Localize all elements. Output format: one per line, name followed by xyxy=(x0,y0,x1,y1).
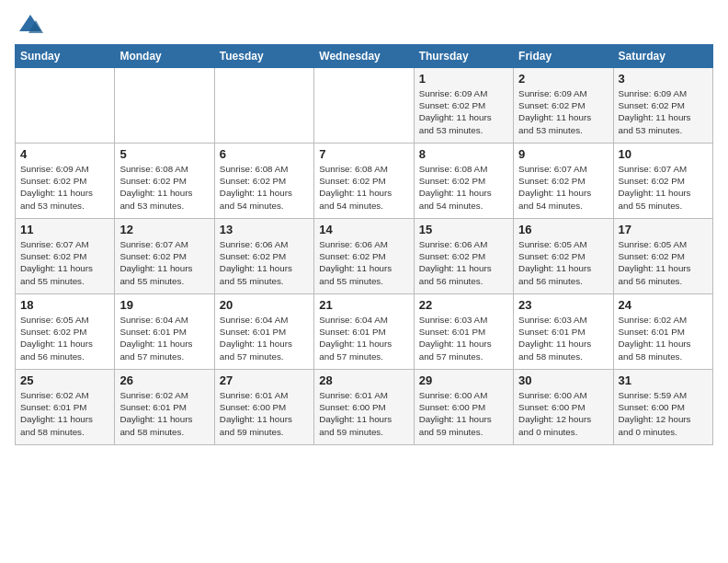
day-info-15: Sunrise: 6:06 AMSunset: 6:02 PMDaylight:… xyxy=(419,238,508,287)
day-number-31: 31 xyxy=(619,373,708,387)
day-info-29: Sunrise: 6:00 AMSunset: 6:00 PMDaylight:… xyxy=(419,389,508,438)
day-info-12: Sunrise: 6:07 AMSunset: 6:02 PMDaylight:… xyxy=(119,238,209,287)
header xyxy=(15,9,713,39)
day-cell-26: 26Sunrise: 6:02 AMSunset: 6:01 PMDayligh… xyxy=(115,370,214,445)
week-row-5: 25Sunrise: 6:02 AMSunset: 6:01 PMDayligh… xyxy=(16,370,713,445)
day-cell-4: 4Sunrise: 6:09 AMSunset: 6:02 PMDaylight… xyxy=(16,144,115,219)
day-cell-5: 5Sunrise: 6:08 AMSunset: 6:02 PMDaylight… xyxy=(115,144,214,219)
weekday-saturday: Saturday xyxy=(613,45,712,68)
day-info-19: Sunrise: 6:04 AMSunset: 6:01 PMDaylight:… xyxy=(119,314,209,362)
day-info-9: Sunrise: 6:07 AMSunset: 6:02 PMDaylight:… xyxy=(518,163,608,212)
day-info-28: Sunrise: 6:01 AMSunset: 6:00 PMDaylight:… xyxy=(319,389,408,438)
day-number-24: 24 xyxy=(619,298,708,312)
day-number-27: 27 xyxy=(220,373,309,387)
day-cell-24: 24Sunrise: 6:02 AMSunset: 6:01 PMDayligh… xyxy=(613,294,712,370)
week-row-4: 18Sunrise: 6:05 AMSunset: 6:02 PMDayligh… xyxy=(16,294,713,370)
day-info-26: Sunrise: 6:02 AMSunset: 6:01 PMDaylight:… xyxy=(119,389,209,438)
day-info-24: Sunrise: 6:02 AMSunset: 6:01 PMDaylight:… xyxy=(619,314,708,362)
day-number-13: 13 xyxy=(220,223,309,236)
day-info-3: Sunrise: 6:09 AMSunset: 6:02 PMDaylight:… xyxy=(619,87,708,136)
day-info-8: Sunrise: 6:08 AMSunset: 6:02 PMDaylight:… xyxy=(419,163,508,212)
day-info-20: Sunrise: 6:04 AMSunset: 6:01 PMDaylight:… xyxy=(220,314,309,362)
empty-cell xyxy=(16,68,115,144)
day-info-1: Sunrise: 6:09 AMSunset: 6:02 PMDaylight:… xyxy=(419,87,508,136)
weekday-monday: Monday xyxy=(115,45,214,68)
day-cell-22: 22Sunrise: 6:03 AMSunset: 6:01 PMDayligh… xyxy=(414,294,513,370)
day-cell-12: 12Sunrise: 6:07 AMSunset: 6:02 PMDayligh… xyxy=(115,219,214,294)
day-number-26: 26 xyxy=(119,373,209,387)
day-number-20: 20 xyxy=(220,298,309,312)
day-number-3: 3 xyxy=(619,72,708,86)
weekday-header-row: SundayMondayTuesdayWednesdayThursdayFrid… xyxy=(16,45,713,68)
day-cell-9: 9Sunrise: 6:07 AMSunset: 6:02 PMDaylight… xyxy=(514,144,613,219)
day-number-2: 2 xyxy=(518,72,608,86)
day-info-27: Sunrise: 6:01 AMSunset: 6:00 PMDaylight:… xyxy=(220,389,309,438)
day-number-4: 4 xyxy=(20,147,109,161)
day-number-19: 19 xyxy=(119,298,209,312)
weekday-wednesday: Wednesday xyxy=(314,45,414,68)
empty-cell xyxy=(115,68,214,144)
weekday-friday: Friday xyxy=(514,45,613,68)
day-cell-7: 7Sunrise: 6:08 AMSunset: 6:02 PMDaylight… xyxy=(314,144,414,219)
day-info-30: Sunrise: 6:00 AMSunset: 6:00 PMDaylight:… xyxy=(518,389,608,438)
week-row-3: 11Sunrise: 6:07 AMSunset: 6:02 PMDayligh… xyxy=(16,219,713,294)
logo-icon xyxy=(17,13,43,39)
day-info-11: Sunrise: 6:07 AMSunset: 6:02 PMDaylight:… xyxy=(20,238,109,287)
day-cell-14: 14Sunrise: 6:06 AMSunset: 6:02 PMDayligh… xyxy=(314,219,414,294)
day-number-21: 21 xyxy=(319,298,408,312)
page: SundayMondayTuesdayWednesdayThursdayFrid… xyxy=(0,0,728,563)
week-row-2: 4Sunrise: 6:09 AMSunset: 6:02 PMDaylight… xyxy=(16,144,713,219)
weekday-tuesday: Tuesday xyxy=(214,45,313,68)
day-cell-6: 6Sunrise: 6:08 AMSunset: 6:02 PMDaylight… xyxy=(214,144,313,219)
day-cell-17: 17Sunrise: 6:05 AMSunset: 6:02 PMDayligh… xyxy=(613,219,712,294)
day-cell-11: 11Sunrise: 6:07 AMSunset: 6:02 PMDayligh… xyxy=(16,219,115,294)
day-info-10: Sunrise: 6:07 AMSunset: 6:02 PMDaylight:… xyxy=(619,163,708,212)
day-info-25: Sunrise: 6:02 AMSunset: 6:01 PMDaylight:… xyxy=(20,389,109,438)
day-info-22: Sunrise: 6:03 AMSunset: 6:01 PMDaylight:… xyxy=(419,314,508,362)
day-cell-19: 19Sunrise: 6:04 AMSunset: 6:01 PMDayligh… xyxy=(115,294,214,370)
day-number-1: 1 xyxy=(419,72,508,86)
day-number-25: 25 xyxy=(20,373,109,387)
day-info-6: Sunrise: 6:08 AMSunset: 6:02 PMDaylight:… xyxy=(220,163,309,212)
day-cell-31: 31Sunrise: 5:59 AMSunset: 6:00 PMDayligh… xyxy=(613,370,712,445)
day-info-4: Sunrise: 6:09 AMSunset: 6:02 PMDaylight:… xyxy=(20,163,109,212)
day-number-18: 18 xyxy=(20,298,109,312)
day-number-8: 8 xyxy=(419,147,508,161)
day-number-17: 17 xyxy=(619,223,708,236)
weekday-sunday: Sunday xyxy=(16,45,115,68)
day-number-14: 14 xyxy=(319,223,408,236)
day-cell-3: 3Sunrise: 6:09 AMSunset: 6:02 PMDaylight… xyxy=(613,68,712,144)
empty-cell xyxy=(214,68,313,144)
day-cell-25: 25Sunrise: 6:02 AMSunset: 6:01 PMDayligh… xyxy=(16,370,115,445)
day-info-2: Sunrise: 6:09 AMSunset: 6:02 PMDaylight:… xyxy=(518,87,608,136)
day-cell-13: 13Sunrise: 6:06 AMSunset: 6:02 PMDayligh… xyxy=(214,219,313,294)
day-number-11: 11 xyxy=(20,223,109,236)
day-number-29: 29 xyxy=(419,373,508,387)
week-row-1: 1Sunrise: 6:09 AMSunset: 6:02 PMDaylight… xyxy=(16,68,713,144)
day-info-5: Sunrise: 6:08 AMSunset: 6:02 PMDaylight:… xyxy=(119,163,209,212)
day-cell-8: 8Sunrise: 6:08 AMSunset: 6:02 PMDaylight… xyxy=(414,144,513,219)
day-info-13: Sunrise: 6:06 AMSunset: 6:02 PMDaylight:… xyxy=(220,238,309,287)
day-number-5: 5 xyxy=(119,147,209,161)
day-cell-15: 15Sunrise: 6:06 AMSunset: 6:02 PMDayligh… xyxy=(414,219,513,294)
day-cell-28: 28Sunrise: 6:01 AMSunset: 6:00 PMDayligh… xyxy=(314,370,414,445)
day-cell-18: 18Sunrise: 6:05 AMSunset: 6:02 PMDayligh… xyxy=(16,294,115,370)
day-info-17: Sunrise: 6:05 AMSunset: 6:02 PMDaylight:… xyxy=(619,238,708,287)
day-info-16: Sunrise: 6:05 AMSunset: 6:02 PMDaylight:… xyxy=(518,238,608,287)
logo xyxy=(15,13,43,39)
day-info-7: Sunrise: 6:08 AMSunset: 6:02 PMDaylight:… xyxy=(319,163,408,212)
day-cell-2: 2Sunrise: 6:09 AMSunset: 6:02 PMDaylight… xyxy=(514,68,613,144)
day-number-16: 16 xyxy=(518,223,608,236)
day-number-23: 23 xyxy=(518,298,608,312)
calendar-table: SundayMondayTuesdayWednesdayThursdayFrid… xyxy=(15,44,713,445)
day-number-9: 9 xyxy=(518,147,608,161)
day-cell-23: 23Sunrise: 6:03 AMSunset: 6:01 PMDayligh… xyxy=(514,294,613,370)
day-number-30: 30 xyxy=(518,373,608,387)
day-info-21: Sunrise: 6:04 AMSunset: 6:01 PMDaylight:… xyxy=(319,314,408,362)
day-number-6: 6 xyxy=(220,147,309,161)
day-number-7: 7 xyxy=(319,147,408,161)
day-number-15: 15 xyxy=(419,223,508,236)
day-info-23: Sunrise: 6:03 AMSunset: 6:01 PMDaylight:… xyxy=(518,314,608,362)
day-info-18: Sunrise: 6:05 AMSunset: 6:02 PMDaylight:… xyxy=(20,314,109,362)
day-cell-27: 27Sunrise: 6:01 AMSunset: 6:00 PMDayligh… xyxy=(214,370,313,445)
